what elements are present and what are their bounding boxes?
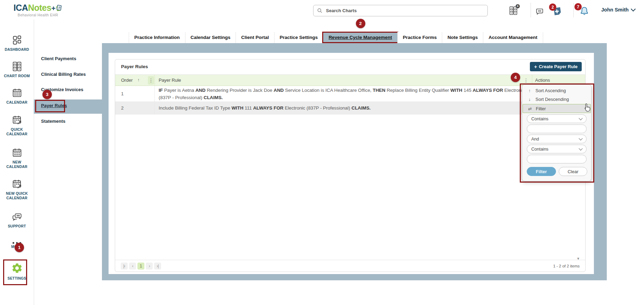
column-header-actions: Actions xyxy=(535,78,550,83)
chevron-down-icon xyxy=(579,136,582,140)
column-divider xyxy=(154,75,155,86)
subnav-item-clinical-billing-rates[interactable]: Clinical Billing Rates xyxy=(41,71,86,78)
sidebar-item-chart-room[interactable]: CHART ROOM xyxy=(0,61,34,78)
search-charts-box xyxy=(313,5,488,16)
pagination-page-1[interactable]: 1 xyxy=(137,263,144,270)
tab-practice-forms[interactable]: Practice Forms xyxy=(397,32,442,43)
sidebar-item-quick-calendar[interactable]: QUICK CALENDAR xyxy=(0,115,34,136)
sidebar-label: SETTINGS xyxy=(0,276,34,281)
sidebar-label: SUPPORT xyxy=(0,224,34,228)
order-cell: 2 xyxy=(121,102,124,114)
step-badge-4: 4 xyxy=(511,73,520,82)
sidebar-label: QUICK CALENDAR xyxy=(0,127,34,136)
user-name: John Smith xyxy=(601,7,629,13)
filter-value-2-input[interactable] xyxy=(527,155,587,163)
support-icon xyxy=(12,211,22,222)
create-payer-rule-button[interactable]: + Create Payer Rule xyxy=(530,62,582,71)
icanotes-app: ICANotes+ Behavioral Health EHR + 2 7 Jo… xyxy=(0,0,644,305)
chevron-down-icon xyxy=(579,146,582,150)
subnav-item-payer-rules[interactable]: Payer Rules xyxy=(41,102,67,109)
sidebar-label: NEW CALENDAR xyxy=(0,160,34,169)
sidebar-item-support[interactable]: SUPPORT xyxy=(0,211,34,228)
logo-wordmark: ICANotes+ xyxy=(8,3,67,13)
pagination-bar: |‹ ‹ 1 › ›| 1 - 2 of 2 items xyxy=(115,260,585,272)
messages-icon[interactable] xyxy=(535,7,544,17)
sidebar-item-settings[interactable]: SETTINGS xyxy=(0,262,34,281)
sidebar-divider xyxy=(34,19,34,305)
filter-icon: ⇄ xyxy=(527,106,532,111)
tab-revenue-cycle-management[interactable]: Revenue Cycle Management 2 xyxy=(323,32,397,43)
header-divider xyxy=(531,3,531,17)
card-title: Payer Rules xyxy=(121,64,148,69)
arrow-down-icon: ↓ xyxy=(527,97,532,102)
menu-item-filter[interactable]: ⇄ Filter xyxy=(523,104,591,113)
payer-rules-card: Payer Rules + Create Payer Rule Order ↑ … xyxy=(115,59,586,272)
subnav-item-statements[interactable]: Statements xyxy=(41,118,65,125)
column-header-payer-rule[interactable]: Payer Rule xyxy=(159,78,181,83)
settings-tab-bar: Practice Information Calendar Settings C… xyxy=(129,32,543,43)
chart-room-icon xyxy=(12,61,22,72)
user-menu[interactable]: John Smith xyxy=(601,7,635,13)
search-charts-input[interactable] xyxy=(325,8,484,14)
tab-calendar-settings[interactable]: Calendar Settings xyxy=(185,32,236,43)
logo-tagline: Behavioral Health EHR xyxy=(8,13,67,17)
order-column-menu-button[interactable]: ⋮ xyxy=(148,76,154,85)
payer-rule-row[interactable]: 2 Include Billing Federal Tax ID Type WI… xyxy=(115,102,585,114)
chart-room-quick-icon[interactable]: + xyxy=(509,6,518,17)
pagination-next-button[interactable]: › xyxy=(146,263,153,270)
sidebar-item-calendar[interactable]: CALENDAR xyxy=(0,88,34,105)
filter-value-1-input[interactable] xyxy=(527,125,587,133)
settings-gear-icon xyxy=(11,262,23,274)
step-badge-3: 3 xyxy=(42,90,52,99)
order-cell: 1 xyxy=(121,86,124,102)
icanotes-logo[interactable]: ICANotes+ Behavioral Health EHR xyxy=(8,3,67,17)
search-icon xyxy=(317,8,323,14)
tab-practice-settings[interactable]: Practice Settings xyxy=(274,32,323,43)
sidebar-item-dashboard[interactable]: DASHBOARD xyxy=(0,35,34,52)
tab-account-management[interactable]: Account Management xyxy=(483,32,543,43)
column-menu-dropdown: ↑ Sort Ascending ↓ Sort Descending ⇄ Fil… xyxy=(522,85,591,181)
payer-rule-text: IF Payer is Aetna AND Rendering Provider… xyxy=(159,87,530,101)
sidebar-label: DASHBOARD xyxy=(0,47,34,52)
menu-item-sort-descending[interactable]: ↓ Sort Descending xyxy=(523,95,591,104)
tab-practice-information[interactable]: Practice Information xyxy=(129,32,185,43)
tab-client-portal[interactable]: Client Portal xyxy=(236,32,274,43)
sidebar-item-new-quick-calendar[interactable]: NEW QUICK CALENDAR xyxy=(0,179,34,200)
header-divider xyxy=(573,3,574,17)
payer-rule-row[interactable]: 1 IF Payer is Aetna AND Rendering Provid… xyxy=(115,86,585,102)
filter-logic-select[interactable]: And xyxy=(527,135,587,143)
sidebar-label: CALENDAR xyxy=(0,100,34,105)
filter-apply-button[interactable]: Filter xyxy=(527,167,556,176)
pagination-last-button[interactable]: ›| xyxy=(154,263,161,270)
sidebar-label: CHART ROOM xyxy=(0,74,34,78)
filter-operator-1-select[interactable]: Contains xyxy=(527,114,587,123)
payer-rule-column-menu-button[interactable]: ⋮ xyxy=(523,76,529,85)
chevron-down-icon xyxy=(579,116,582,120)
filter-clear-button[interactable]: Clear xyxy=(559,167,587,176)
sidebar-item-new-calendar[interactable]: NEW CALENDAR xyxy=(0,147,34,169)
subnav-item-client-payments[interactable]: Client Payments xyxy=(41,55,76,62)
sort-ascending-icon: ↑ xyxy=(137,78,140,82)
new-note-count-badge: 2 xyxy=(549,3,556,11)
scrollbar-down-arrow[interactable]: ▼ xyxy=(577,257,580,260)
new-quick-calendar-icon xyxy=(12,179,22,189)
logo-document-icon xyxy=(55,4,62,12)
plus-icon: + xyxy=(534,64,537,70)
tab-note-settings[interactable]: Note Settings xyxy=(442,32,483,43)
calendar-icon xyxy=(12,88,22,98)
chevron-down-icon xyxy=(631,7,636,11)
filter-operator-2-select[interactable]: Contains xyxy=(527,145,587,153)
step-badge-1: 1 xyxy=(15,243,24,252)
pagination-first-button[interactable]: |‹ xyxy=(121,263,128,270)
pagination-summary: 1 - 2 of 2 items xyxy=(553,264,580,268)
column-header-order[interactable]: Order xyxy=(121,78,133,83)
notifications-count-badge: 7 xyxy=(574,3,582,10)
quick-add-badge: + xyxy=(516,4,520,8)
payer-rule-text: Include Billing Federal Tax ID Type WITH… xyxy=(159,104,530,112)
quick-calendar-icon xyxy=(12,115,22,125)
column-divider xyxy=(532,75,532,86)
menu-item-sort-ascending[interactable]: ↑ Sort Ascending xyxy=(523,86,591,95)
sidebar-label: NEW QUICK CALENDAR xyxy=(0,191,34,200)
step-badge-2: 2 xyxy=(356,19,365,28)
pagination-previous-button[interactable]: ‹ xyxy=(129,263,136,270)
